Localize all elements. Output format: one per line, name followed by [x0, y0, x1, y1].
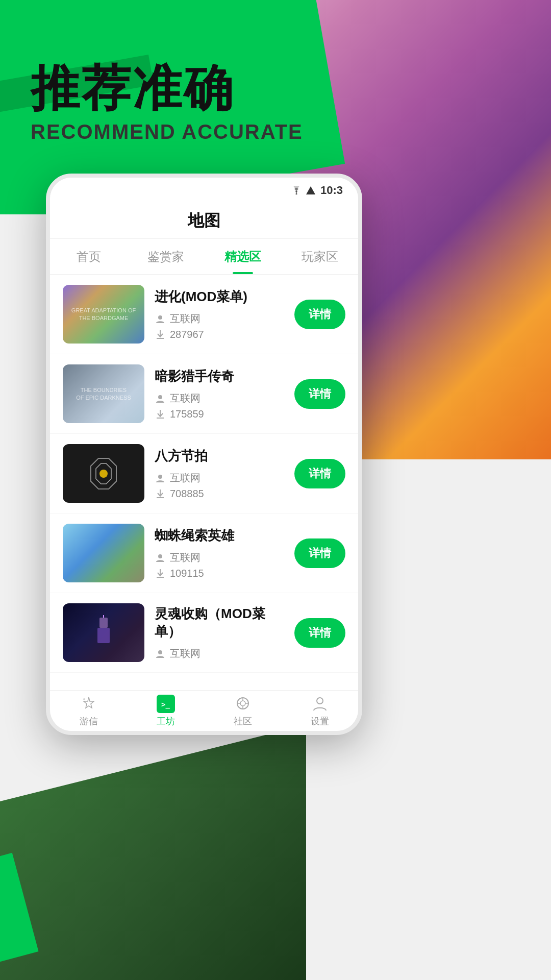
community-icon — [234, 695, 252, 713]
game-meta-0: 互联网 287967 — [155, 312, 284, 340]
app-title: 地图 — [188, 210, 220, 232]
game-source-1: 互联网 — [155, 391, 284, 405]
svg-rect-10 — [97, 628, 110, 643]
svg-point-0 — [295, 193, 297, 195]
thumbnail-graphic-3 — [63, 524, 144, 582]
game-downloads-3: 109115 — [155, 568, 284, 579]
signal-icon — [306, 186, 315, 194]
svg-point-12 — [158, 650, 162, 654]
thumbnail-graphic-4 — [63, 603, 144, 662]
youxin-icon — [80, 695, 98, 713]
game-thumbnail-1: THE BOUNDRIESOF EPIC DARKNESS — [63, 364, 144, 423]
game-name-4: 灵魂收购（MOD菜单） — [155, 605, 284, 641]
game-downloads-0: 287967 — [155, 329, 284, 340]
detail-button-0[interactable]: 详情 — [294, 300, 345, 329]
nav-community-label: 社区 — [234, 715, 252, 727]
svg-point-3 — [158, 395, 162, 399]
download-icon-3 — [155, 568, 166, 579]
status-icons — [291, 186, 315, 194]
game-info-2: 八方节拍 互联网 708885 — [155, 447, 284, 500]
thumbnail-graphic-1: THE BOUNDRIESOF EPIC DARKNESS — [63, 364, 144, 423]
game-meta-3: 互联网 109115 — [155, 551, 284, 579]
game-thumbnail-0: GREAT ADAPTATION OFTHE BOARDGAME — [63, 285, 144, 344]
game-source-2: 互联网 — [155, 471, 284, 485]
status-bar: 10:3 — [50, 178, 358, 203]
game-meta-4: 互联网 — [155, 647, 284, 660]
status-time: 10:3 — [320, 184, 343, 197]
phone-mockup: 10:3 地图 首页 鉴赏家 精选区 玩家区 GREAT ADAPTATION … — [46, 174, 362, 735]
nav-community[interactable]: 社区 — [204, 691, 281, 731]
hero-section: 推荐准确 RECOMMEND ACCURATE — [31, 61, 303, 143]
download-icon-2 — [155, 488, 166, 500]
detail-button-2[interactable]: 详情 — [294, 459, 345, 488]
nav-workshop-label: 工坊 — [157, 715, 175, 727]
tab-featured[interactable]: 精选区 — [204, 239, 281, 274]
game-info-0: 进化(MOD菜单) 互联网 287967 — [155, 288, 284, 340]
nav-settings-label: 设置 — [311, 715, 329, 727]
game-source-3: 互联网 — [155, 551, 284, 565]
game-info-3: 蜘蛛绳索英雄 互联网 109115 — [155, 527, 284, 579]
game-item-3: 蜘蛛绳索英雄 互联网 109115 详 — [50, 513, 358, 593]
game-downloads-1: 175859 — [155, 408, 284, 420]
game-list: GREAT ADAPTATION OFTHE BOARDGAME 进化(MOD菜… — [50, 275, 358, 690]
game-meta-2: 互联网 708885 — [155, 471, 284, 500]
bottom-nav: 游信 >_ 工坊 — [50, 690, 358, 731]
hero-chinese-text: 推荐准确 — [31, 61, 303, 115]
bg-game-art-bottom — [0, 725, 306, 980]
game-meta-1: 互联网 175859 — [155, 391, 284, 420]
game-info-4: 灵魂收购（MOD菜单） 互联网 — [155, 605, 284, 660]
svg-rect-9 — [99, 618, 108, 628]
svg-point-8 — [158, 554, 162, 558]
download-icon-0 — [155, 329, 166, 340]
game-source-4: 互联网 — [155, 647, 284, 660]
app-header: 地图 — [50, 203, 358, 239]
person-icon-3 — [155, 552, 166, 564]
game-name-2: 八方节拍 — [155, 447, 284, 465]
wifi-icon — [291, 186, 302, 194]
workshop-icon: >_ — [157, 695, 175, 713]
game-thumbnail-3 — [63, 524, 144, 582]
svg-marker-1 — [306, 186, 315, 194]
settings-icon — [311, 695, 329, 713]
svg-point-6 — [99, 470, 108, 478]
person-icon-2 — [155, 473, 166, 484]
thumbnail-graphic-2 — [63, 444, 144, 503]
tab-bar[interactable]: 首页 鉴赏家 精选区 玩家区 — [50, 239, 358, 275]
game-info-1: 暗影猎手传奇 互联网 175859 — [155, 368, 284, 420]
detail-button-4[interactable]: 详情 — [294, 618, 345, 648]
game-item-1: THE BOUNDRIESOF EPIC DARKNESS 暗影猎手传奇 互联网 — [50, 354, 358, 434]
svg-point-22 — [317, 698, 323, 704]
game-item-0: GREAT ADAPTATION OFTHE BOARDGAME 进化(MOD菜… — [50, 275, 358, 354]
game-name-0: 进化(MOD菜单) — [155, 288, 284, 306]
nav-youxin[interactable]: 游信 — [50, 691, 127, 731]
svg-point-13 — [83, 698, 85, 700]
svg-text:>_: >_ — [161, 700, 170, 709]
thumbnail-graphic-0: GREAT ADAPTATION OFTHE BOARDGAME — [63, 285, 144, 344]
nav-settings[interactable]: 设置 — [281, 691, 358, 731]
tab-home[interactable]: 首页 — [50, 239, 127, 274]
nav-youxin-label: 游信 — [80, 715, 98, 727]
person-icon-0 — [155, 313, 166, 325]
svg-point-7 — [158, 475, 162, 479]
game-item-4: 灵魂收购（MOD菜单） 互联网 详情 — [50, 593, 358, 673]
svg-point-17 — [240, 701, 245, 706]
game-thumbnail-4 — [63, 603, 144, 662]
game-thumbnail-2 — [63, 444, 144, 503]
detail-button-1[interactable]: 详情 — [294, 379, 345, 409]
nav-workshop[interactable]: >_ 工坊 — [127, 691, 204, 731]
person-icon-1 — [155, 393, 166, 404]
detail-button-3[interactable]: 详情 — [294, 538, 345, 568]
game-item-2: 八方节拍 互联网 708885 详情 — [50, 434, 358, 513]
game-name-1: 暗影猎手传奇 — [155, 368, 284, 385]
person-icon-4 — [155, 648, 166, 659]
tab-player[interactable]: 玩家区 — [281, 239, 358, 274]
hero-english-text: RECOMMEND ACCURATE — [31, 120, 303, 143]
tab-connoisseur[interactable]: 鉴赏家 — [127, 239, 204, 274]
svg-point-2 — [158, 315, 162, 320]
game-downloads-2: 708885 — [155, 488, 284, 500]
game-name-3: 蜘蛛绳索英雄 — [155, 527, 284, 545]
game-source-0: 互联网 — [155, 312, 284, 326]
download-icon-1 — [155, 409, 166, 420]
